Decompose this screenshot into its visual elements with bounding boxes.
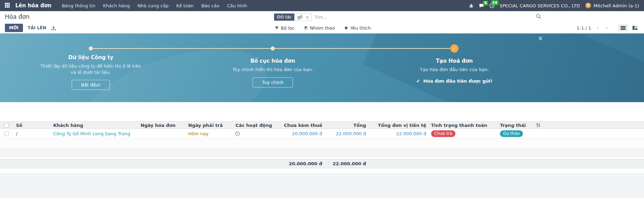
onboarding-step-create-invoice: Tạo Hoá đơn Tạo hóa đơn đầu tiên của bạn… — [385, 58, 524, 84]
facet-label: Đối tác — [274, 14, 294, 21]
col-number[interactable]: Số — [14, 123, 51, 128]
pager-zone: 1-1 / 1 ‹ › — [577, 22, 640, 33]
content-gap — [0, 102, 644, 121]
top-navbar: Lên hóa đơn Bảng thông tin Khách hàng Nh… — [0, 0, 644, 11]
menu-item-reporting[interactable]: Báo cáo — [198, 1, 223, 11]
pager-next-icon[interactable]: › — [604, 25, 609, 31]
user-menu[interactable]: Mitchell Admin (a-1) — [585, 2, 639, 9]
cell-total-currency: 22.000.000 đ — [369, 131, 429, 136]
facet-value-text: gỗ — [297, 15, 302, 20]
col-untaxed[interactable]: Chưa kèm thuế — [273, 123, 325, 128]
kanban-view-icon[interactable] — [630, 24, 640, 31]
banner-close-icon[interactable]: × — [538, 36, 543, 41]
step2-customize-button[interactable]: Tuỳ chỉnh — [253, 77, 293, 87]
step3-done-icon: ✓ — [450, 44, 459, 53]
step1-title: Dữ liệu Công ty — [39, 54, 143, 61]
empty-row — [0, 148, 644, 157]
step3-done-label: Hóa đơn đầu tiên được gửi! — [423, 78, 492, 84]
company-switcher[interactable]: SPECIAL CARGO SERVICES CO., LTD — [500, 3, 580, 8]
filters-menu[interactable]: Bộ lọc — [275, 25, 295, 31]
step1-start-button[interactable]: Bắt đầu! — [72, 80, 110, 90]
menu-item-settings[interactable]: Cấu hình — [223, 1, 251, 11]
footer-untaxed-total: 20.000.000 đ — [273, 161, 325, 166]
menu-item-accounting[interactable]: Kế toán — [173, 1, 197, 11]
col-activities[interactable]: Các hoạt động — [233, 123, 273, 128]
page-background — [0, 168, 644, 198]
group-by-menu[interactable]: Nhóm theo — [304, 25, 335, 31]
step2-dot — [271, 46, 275, 51]
view-switcher — [618, 24, 640, 31]
pager-range: 1-1 / 1 — [577, 25, 591, 31]
col-status[interactable]: Trạng thái — [498, 123, 533, 128]
step3-subtitle: Tạo hóa đơn đầu tiên của bạn. — [385, 67, 524, 73]
cell-status: Dự thảo — [498, 130, 533, 137]
apps-grid-icon[interactable] — [5, 3, 10, 8]
group-by-label: Nhóm theo — [310, 25, 335, 31]
onboarding-step-company-data: Dữ liệu Công ty Thiết lập dữ liệu công t… — [39, 54, 143, 90]
control-panel: Hóa đơn Đối tác gỗ × MỚI TẢI LÊN — [0, 11, 644, 33]
unpaid-badge: Chưa trả — [431, 130, 455, 137]
step3-done-line: ✔ Hóa đơn đầu tiên được gửi! — [385, 78, 524, 84]
search-bar: Đối tác gỗ × — [274, 13, 370, 21]
facet-value: gỗ × — [294, 14, 311, 21]
navbar-right: 9 24 SPECIAL CARGO SERVICES CO., LTD Mit… — [469, 2, 639, 9]
search-icon[interactable] — [536, 14, 541, 21]
onboarding-banner: ✓ Dữ liệu Công ty Thiết lập dữ liệu công… — [0, 33, 644, 102]
col-customer[interactable]: Khách hàng — [51, 123, 138, 128]
table-row[interactable]: / Công Ty Gỗ Minh Long Sang Trọng Hôm na… — [0, 129, 644, 138]
debug-bug-icon[interactable] — [469, 3, 474, 8]
search-facet: Đối tác gỗ × — [274, 13, 312, 21]
filter-icon — [275, 26, 279, 30]
cell-untaxed: 20.000.000 đ — [273, 131, 325, 136]
menu-item-customers[interactable]: Khách hàng — [100, 1, 133, 11]
cell-number: / — [14, 131, 51, 136]
filters-label: Bộ lọc — [281, 25, 295, 31]
row-checkbox[interactable] — [4, 131, 9, 136]
search-input[interactable] — [315, 15, 370, 20]
messages-count-badge: 9 — [483, 1, 488, 6]
step1-subtitle: Thiết lập dữ liệu công ty để hiển thị ở … — [39, 63, 143, 75]
list-view-icon[interactable] — [618, 24, 628, 31]
onboarding-step-invoice-layout: Bố cục hóa đơn Tùy chỉnh hiển thị hóa đơ… — [221, 58, 325, 87]
menu-item-dashboard[interactable]: Bảng thông tin — [58, 1, 99, 11]
activity-clock-icon[interactable] — [233, 131, 273, 136]
step2-subtitle: Tùy chỉnh hiển thị hóa đơn của bạn. — [221, 67, 325, 73]
app-name[interactable]: Lên hóa đơn — [15, 2, 51, 9]
adjust-columns-icon[interactable] — [533, 123, 541, 128]
col-due-date[interactable]: Ngày phải trả — [186, 123, 233, 128]
draft-badge: Dự thảo — [500, 130, 523, 137]
select-all-checkbox[interactable] — [4, 123, 9, 128]
check-icon: ✔ — [416, 78, 420, 84]
cell-customer-link[interactable]: Công Ty Gỗ Minh Long Sang Trọng — [51, 131, 138, 136]
table-header-row: Số Khách hàng Ngày hóa đơn Ngày phải trả… — [0, 121, 644, 129]
cell-due-date: Hôm nay — [186, 131, 233, 136]
page-title: Hóa đơn — [5, 13, 30, 20]
star-icon — [344, 26, 348, 30]
user-avatar — [585, 2, 591, 9]
step2-title: Bố cục hóa đơn — [221, 58, 325, 64]
activities-clock-icon[interactable]: 24 — [489, 3, 495, 8]
col-payment-status[interactable]: Tình trạng thanh toán — [429, 123, 498, 128]
group-by-icon — [304, 26, 308, 30]
footer-total: 22.000.000 đ — [325, 161, 369, 166]
menu-item-vendors[interactable]: Nhà cung cấp — [134, 1, 172, 11]
pager-prev-icon[interactable]: ‹ — [595, 25, 601, 31]
facet-remove-icon[interactable]: × — [304, 15, 310, 20]
new-button[interactable]: MỚI — [5, 24, 23, 32]
cell-total: 22.000.000 đ — [325, 131, 369, 136]
download-icon[interactable] — [51, 25, 56, 30]
step3-title: Tạo Hoá đơn — [385, 58, 524, 64]
col-total[interactable]: Tổng — [325, 123, 369, 128]
messages-icon[interactable]: 9 — [479, 3, 484, 8]
app-window: Lên hóa đơn Bảng thông tin Khách hàng Nh… — [0, 0, 644, 198]
col-invoice-date[interactable]: Ngày hóa đơn — [138, 123, 186, 128]
navbar-left: Lên hóa đơn Bảng thông tin Khách hàng Nh… — [5, 1, 251, 11]
favorites-label: Yêu thích — [350, 25, 371, 31]
empty-row — [0, 138, 644, 148]
favorites-menu[interactable]: Yêu thích — [344, 25, 371, 31]
step1-dot — [89, 46, 93, 51]
upload-button[interactable]: TẢI LÊN — [28, 25, 46, 30]
activities-count-badge: 24 — [491, 0, 499, 5]
col-total-currency[interactable]: Tổng đơn vị tiền tệ — [369, 123, 429, 128]
breadcrumb-row: Hóa đơn Đối tác gỗ × — [0, 11, 644, 22]
